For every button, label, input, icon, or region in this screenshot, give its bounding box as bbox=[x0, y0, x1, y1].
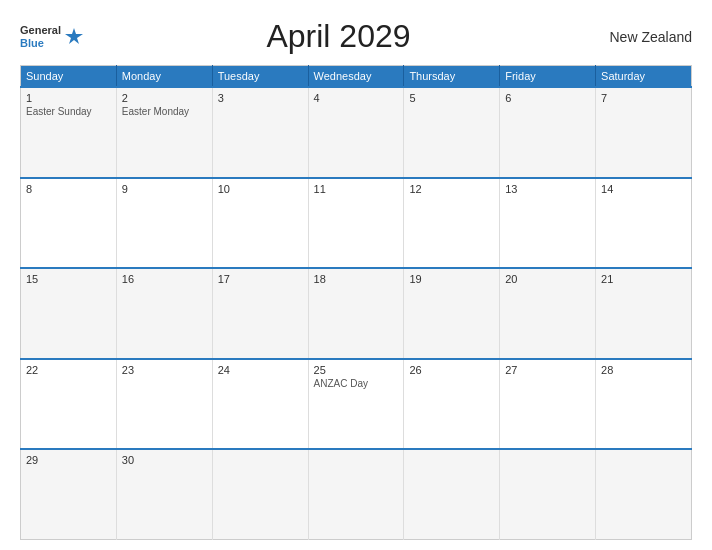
calendar-day-cell: 8 bbox=[21, 178, 117, 269]
day-headers-row: Sunday Monday Tuesday Wednesday Thursday… bbox=[21, 66, 692, 88]
holiday-label: Easter Monday bbox=[122, 106, 207, 117]
calendar-day-cell: 24 bbox=[212, 359, 308, 450]
col-monday: Monday bbox=[116, 66, 212, 88]
calendar-day-cell: 20 bbox=[500, 268, 596, 359]
col-friday: Friday bbox=[500, 66, 596, 88]
calendar-day-cell: 15 bbox=[21, 268, 117, 359]
calendar-day-cell: 30 bbox=[116, 449, 212, 540]
holiday-label: Easter Sunday bbox=[26, 106, 111, 117]
day-number: 5 bbox=[409, 92, 494, 104]
day-number: 7 bbox=[601, 92, 686, 104]
day-number: 2 bbox=[122, 92, 207, 104]
day-number: 8 bbox=[26, 183, 111, 195]
day-number: 29 bbox=[26, 454, 111, 466]
calendar-day-cell: 14 bbox=[596, 178, 692, 269]
calendar-day-cell: 27 bbox=[500, 359, 596, 450]
calendar-day-cell: 13 bbox=[500, 178, 596, 269]
calendar-day-cell: 9 bbox=[116, 178, 212, 269]
day-number: 1 bbox=[26, 92, 111, 104]
calendar-title: April 2029 bbox=[85, 18, 592, 55]
day-number: 9 bbox=[122, 183, 207, 195]
calendar-day-cell bbox=[308, 449, 404, 540]
calendar-week-row: 891011121314 bbox=[21, 178, 692, 269]
day-number: 6 bbox=[505, 92, 590, 104]
calendar-day-cell: 19 bbox=[404, 268, 500, 359]
holiday-label: ANZAC Day bbox=[314, 378, 399, 389]
calendar-week-row: 2930 bbox=[21, 449, 692, 540]
col-saturday: Saturday bbox=[596, 66, 692, 88]
calendar-day-cell: 16 bbox=[116, 268, 212, 359]
day-number: 12 bbox=[409, 183, 494, 195]
calendar-day-cell: 5 bbox=[404, 87, 500, 178]
day-number: 20 bbox=[505, 273, 590, 285]
calendar-day-cell: 26 bbox=[404, 359, 500, 450]
day-number: 22 bbox=[26, 364, 111, 376]
calendar-day-cell: 7 bbox=[596, 87, 692, 178]
calendar-day-cell bbox=[500, 449, 596, 540]
day-number: 10 bbox=[218, 183, 303, 195]
calendar-day-cell: 12 bbox=[404, 178, 500, 269]
day-number: 28 bbox=[601, 364, 686, 376]
day-number: 27 bbox=[505, 364, 590, 376]
svg-marker-0 bbox=[65, 28, 83, 44]
col-wednesday: Wednesday bbox=[308, 66, 404, 88]
col-sunday: Sunday bbox=[21, 66, 117, 88]
calendar-day-cell bbox=[596, 449, 692, 540]
day-number: 13 bbox=[505, 183, 590, 195]
calendar-day-cell: 23 bbox=[116, 359, 212, 450]
day-number: 23 bbox=[122, 364, 207, 376]
calendar-day-cell bbox=[212, 449, 308, 540]
calendar-day-cell: 11 bbox=[308, 178, 404, 269]
calendar-day-cell: 29 bbox=[21, 449, 117, 540]
calendar-day-cell: 21 bbox=[596, 268, 692, 359]
col-thursday: Thursday bbox=[404, 66, 500, 88]
day-number: 26 bbox=[409, 364, 494, 376]
calendar-body: 1Easter Sunday2Easter Monday345678910111… bbox=[21, 87, 692, 540]
logo-general: General bbox=[20, 24, 61, 36]
day-number: 17 bbox=[218, 273, 303, 285]
calendar-day-cell: 22 bbox=[21, 359, 117, 450]
calendar-day-cell: 4 bbox=[308, 87, 404, 178]
day-number: 14 bbox=[601, 183, 686, 195]
calendar-day-cell: 17 bbox=[212, 268, 308, 359]
calendar-day-cell: 1Easter Sunday bbox=[21, 87, 117, 178]
logo-blue: Blue bbox=[20, 37, 61, 49]
calendar-week-row: 22232425ANZAC Day262728 bbox=[21, 359, 692, 450]
day-number: 16 bbox=[122, 273, 207, 285]
calendar-day-cell: 6 bbox=[500, 87, 596, 178]
calendar-day-cell: 18 bbox=[308, 268, 404, 359]
calendar-day-cell: 28 bbox=[596, 359, 692, 450]
calendar-day-cell: 25ANZAC Day bbox=[308, 359, 404, 450]
calendar-day-cell bbox=[404, 449, 500, 540]
day-number: 24 bbox=[218, 364, 303, 376]
day-number: 18 bbox=[314, 273, 399, 285]
day-number: 19 bbox=[409, 273, 494, 285]
calendar-week-row: 1Easter Sunday2Easter Monday34567 bbox=[21, 87, 692, 178]
logo: General Blue bbox=[20, 24, 85, 48]
calendar-week-row: 15161718192021 bbox=[21, 268, 692, 359]
calendar-header: Sunday Monday Tuesday Wednesday Thursday… bbox=[21, 66, 692, 88]
col-tuesday: Tuesday bbox=[212, 66, 308, 88]
calendar-day-cell: 2Easter Monday bbox=[116, 87, 212, 178]
day-number: 15 bbox=[26, 273, 111, 285]
header: General Blue April 2029 New Zealand bbox=[20, 18, 692, 55]
calendar-day-cell: 10 bbox=[212, 178, 308, 269]
day-number: 4 bbox=[314, 92, 399, 104]
day-number: 21 bbox=[601, 273, 686, 285]
page: General Blue April 2029 New Zealand Sund… bbox=[0, 0, 712, 550]
day-number: 3 bbox=[218, 92, 303, 104]
logo-text: General Blue bbox=[20, 24, 61, 48]
country-label: New Zealand bbox=[592, 29, 692, 45]
calendar-day-cell: 3 bbox=[212, 87, 308, 178]
calendar-table: Sunday Monday Tuesday Wednesday Thursday… bbox=[20, 65, 692, 540]
logo-flag-icon bbox=[63, 26, 85, 48]
day-number: 11 bbox=[314, 183, 399, 195]
day-number: 30 bbox=[122, 454, 207, 466]
day-number: 25 bbox=[314, 364, 399, 376]
